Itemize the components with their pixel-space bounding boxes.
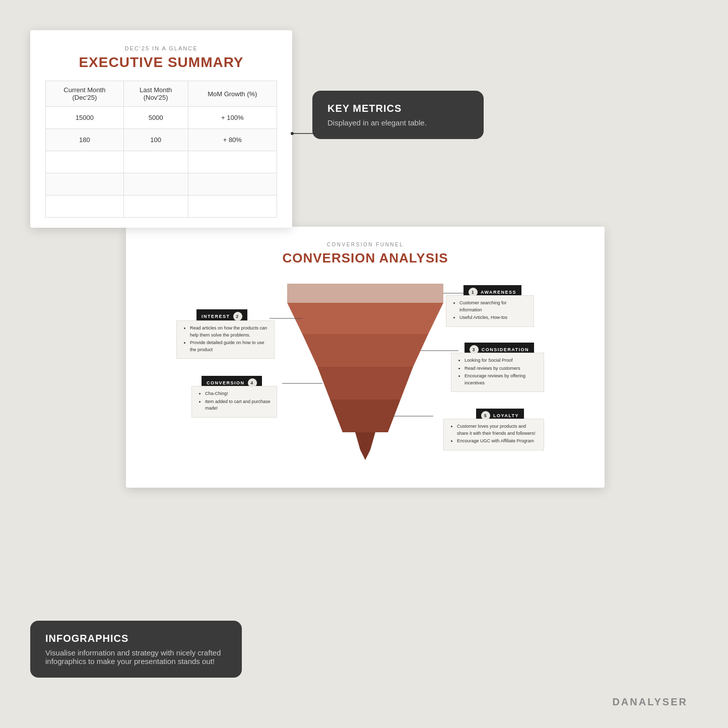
interest-bullets: Read articles on how the products can he… xyxy=(176,320,275,359)
cell-mom-4 xyxy=(188,173,277,195)
col-header-mom: MoM Growth (%) xyxy=(188,81,277,107)
key-metrics-body: Displayed in an elegant table. xyxy=(327,118,469,127)
svg-marker-5 xyxy=(302,334,428,367)
cell-mom-5 xyxy=(188,195,277,218)
executive-summary-card: DEC'25 IN A GLANCE EXECUTIVE SUMMARY Cur… xyxy=(30,30,292,228)
cell-last-5 xyxy=(123,195,188,218)
cell-last-3 xyxy=(123,151,188,173)
infographics-title: INFOGRAPHICS xyxy=(45,633,227,644)
cell-current-4 xyxy=(46,173,124,195)
funnel-visual: 1 AWARENESS Customer searching for infor… xyxy=(146,276,584,468)
table-row: 180 100 + 80% xyxy=(46,129,277,151)
brand-name: DANALYSER xyxy=(612,696,688,708)
cell-last-1: 5000 xyxy=(123,107,188,129)
consideration-bullets: Looking for Social Proof Read reviews by… xyxy=(451,353,544,392)
cell-current-2: 180 xyxy=(46,129,124,151)
exec-subtitle: DEC'25 IN A GLANCE xyxy=(45,45,277,51)
svg-marker-9 xyxy=(360,450,370,460)
cell-mom-2: + 80% xyxy=(188,129,277,151)
exec-title: EXECUTIVE SUMMARY xyxy=(45,54,277,71)
funnel-title: CONVERSION ANALYSIS xyxy=(146,250,584,266)
infographics-callout: INFOGRAPHICS Visualise information and s… xyxy=(30,621,242,678)
cell-mom-3 xyxy=(188,151,277,173)
table-row xyxy=(46,173,277,195)
loyalty-bullets: Customer loves your products and share i… xyxy=(443,419,544,450)
cell-mom-1: + 100% xyxy=(188,107,277,129)
cell-last-4 xyxy=(123,173,188,195)
funnel-subtitle: CONVERSION FUNNEL xyxy=(146,242,584,247)
svg-marker-7 xyxy=(330,400,401,432)
table-row xyxy=(46,151,277,173)
key-metrics-title: KEY METRICS xyxy=(327,103,469,114)
col-header-last: Last Month(Nov'25) xyxy=(123,81,188,107)
col-header-current: Current Month(Dec'25) xyxy=(46,81,124,107)
svg-marker-4 xyxy=(287,303,443,334)
cell-current-3 xyxy=(46,151,124,173)
cell-current-1: 15000 xyxy=(46,107,124,129)
svg-marker-6 xyxy=(317,367,413,400)
conversion-bullets: Cha-Ching! Item added to cart and purcha… xyxy=(191,386,277,418)
key-metrics-callout: KEY METRICS Displayed in an elegant tabl… xyxy=(312,91,484,139)
cell-last-2: 100 xyxy=(123,129,188,151)
awareness-bullets: Customer searching for information Usefu… xyxy=(446,295,534,327)
table-row xyxy=(46,195,277,218)
funnel-card: CONVERSION FUNNEL CONVERSION ANALYSIS xyxy=(126,227,605,488)
svg-marker-3 xyxy=(287,284,443,303)
table-row: 15000 5000 + 100% xyxy=(46,107,277,129)
svg-marker-8 xyxy=(355,432,375,450)
metrics-table: Current Month(Dec'25) Last Month(Nov'25)… xyxy=(45,81,277,218)
cell-current-5 xyxy=(46,195,124,218)
infographics-body: Visualise information and strategy with … xyxy=(45,648,227,666)
interest-badge: 2 xyxy=(233,312,242,321)
